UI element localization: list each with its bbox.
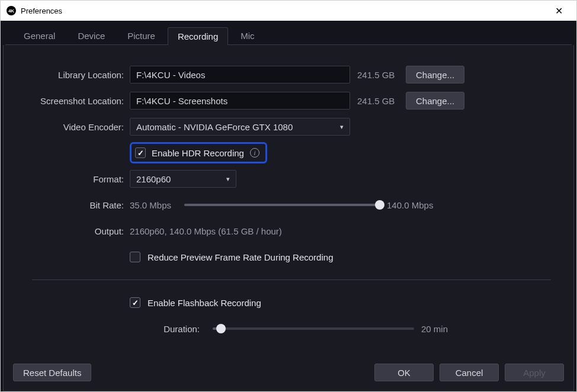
bit-rate-min: 35.0 Mbps [130, 200, 177, 210]
format-label: Format: [8, 174, 130, 184]
chevron-down-icon: ▾ [340, 123, 344, 131]
enable-flashback-checkbox[interactable] [130, 297, 140, 308]
format-select[interactable]: 2160p60 ▾ [130, 170, 236, 188]
reduce-preview-label: Reduce Preview Frame Rate During Recordi… [148, 252, 333, 262]
app-icon: 4K [7, 6, 16, 15]
form-area: Library Location: 241.5 GB Change... Scr… [8, 56, 569, 358]
footer: Reset Defaults OK Cancel Apply [8, 358, 569, 386]
cancel-button[interactable]: Cancel [440, 364, 499, 381]
tab-strip: General Device Picture Recording Mic [5, 23, 572, 45]
library-location-label: Library Location: [8, 70, 130, 80]
bit-rate-slider[interactable] [184, 204, 380, 206]
screenshot-change-button[interactable]: Change... [406, 92, 464, 110]
enable-hdr-label: Enable HDR Recording [152, 148, 244, 158]
tab-picture[interactable]: Picture [117, 27, 165, 44]
library-location-input[interactable] [130, 66, 350, 83]
library-free-space: 241.5 GB [357, 70, 399, 80]
reset-defaults-button[interactable]: Reset Defaults [13, 364, 91, 381]
reduce-preview-checkbox[interactable] [130, 252, 140, 262]
duration-slider[interactable] [213, 327, 414, 330]
tab-device[interactable]: Device [68, 27, 115, 44]
video-encoder-label: Video Encoder: [8, 122, 130, 132]
tab-mic[interactable]: Mic [230, 27, 264, 44]
screenshot-free-space: 241.5 GB [357, 96, 399, 106]
enable-hdr-checkbox[interactable] [135, 147, 146, 158]
output-summary: 2160p60, 140.0 Mbps (61.5 GB / hour) [130, 226, 282, 236]
bit-rate-thumb[interactable] [375, 200, 384, 210]
video-encoder-value: Automatic - NVIDIA GeForce GTX 1080 [136, 122, 293, 132]
format-value: 2160p60 [136, 174, 171, 184]
library-change-button[interactable]: Change... [406, 66, 464, 83]
divider [32, 279, 551, 280]
tab-recording[interactable]: Recording [168, 27, 228, 45]
apply-button[interactable]: Apply [505, 364, 564, 381]
window-title: Preferences [21, 7, 547, 15]
duration-label: Duration: [146, 324, 206, 334]
output-label: Output: [8, 226, 130, 236]
client-area: General Device Picture Recording Mic Lib… [1, 21, 576, 391]
duration-value: 20 min [421, 324, 475, 334]
hdr-highlight-box: Enable HDR Recording i [130, 142, 267, 163]
video-encoder-select[interactable]: Automatic - NVIDIA GeForce GTX 1080 ▾ [130, 118, 350, 136]
info-icon[interactable]: i [250, 148, 259, 158]
screenshot-location-input[interactable] [130, 92, 350, 110]
close-icon[interactable]: ✕ [547, 5, 570, 17]
bit-rate-max: 140.0 Mbps [387, 200, 440, 210]
titlebar: 4K Preferences ✕ [1, 1, 576, 21]
enable-flashback-label: Enable Flashback Recording [148, 298, 261, 308]
screenshot-location-label: Screenshot Location: [8, 96, 130, 106]
duration-thumb[interactable] [216, 324, 226, 333]
preferences-window: 4K Preferences ✕ General Device Picture … [0, 0, 577, 392]
ok-button[interactable]: OK [374, 364, 434, 381]
tab-general[interactable]: General [14, 27, 65, 44]
bit-rate-label: Bit Rate: [8, 200, 130, 210]
chevron-down-icon: ▾ [226, 175, 230, 183]
